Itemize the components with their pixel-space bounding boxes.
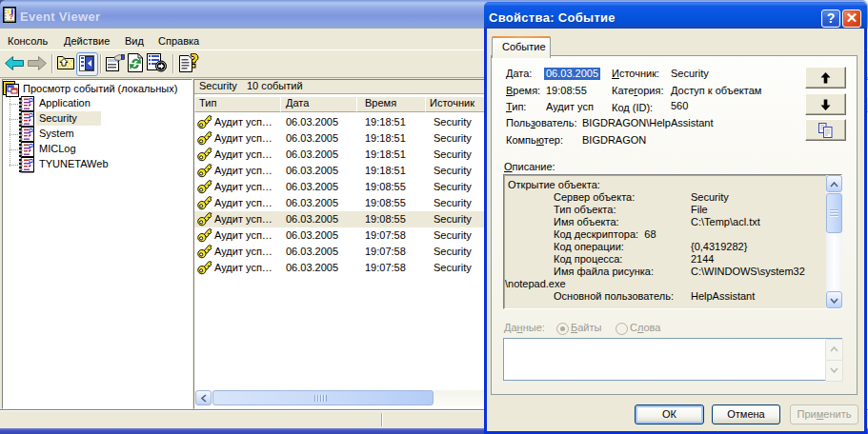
- svg-text:?: ?: [9, 12, 13, 21]
